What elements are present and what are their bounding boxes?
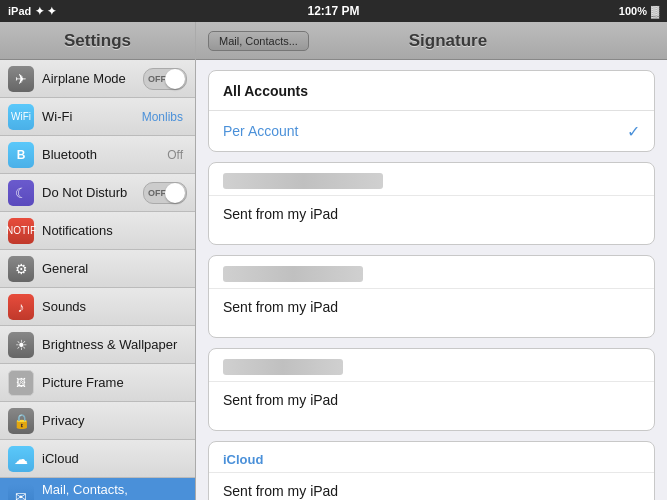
sidebar-item-bluetooth[interactable]: B Bluetooth Off: [0, 136, 195, 174]
general-label: General: [42, 261, 187, 276]
account-group-2: Sent from my iPad: [208, 255, 655, 338]
sidebar-item-brightness[interactable]: ☀ Brightness & Wallpaper: [0, 326, 195, 364]
account-group-1: Sent from my iPad: [208, 162, 655, 245]
notifications-label: Notifications: [42, 223, 187, 238]
dnd-toggle-label: OFF: [148, 188, 166, 198]
account2-signature[interactable]: Sent from my iPad: [209, 289, 654, 337]
account-group-3: Sent from my iPad: [208, 348, 655, 431]
content-header: Mail, Contacts... Signature: [196, 22, 667, 60]
wifi-label: Wi-Fi: [42, 109, 142, 124]
account3-email-blur: [223, 359, 343, 375]
account1-email-row: [209, 163, 654, 196]
sidebar-item-icloud[interactable]: ☁ iCloud: [0, 440, 195, 478]
sounds-icon: ♪: [8, 294, 34, 320]
breadcrumb[interactable]: Mail, Contacts...: [208, 31, 309, 51]
bluetooth-icon: B: [8, 142, 34, 168]
mail-icon: ✉: [8, 484, 34, 501]
sidebar: Settings ✈ Airplane Mode OFF WiFi Wi-Fi …: [0, 22, 196, 500]
sidebar-item-picture[interactable]: 🖼 Picture Frame: [0, 364, 195, 402]
sidebar-item-sounds[interactable]: ♪ Sounds: [0, 288, 195, 326]
mail-label: Mail, Contacts, Calendars: [42, 482, 187, 501]
account2-email-blur: [223, 266, 363, 282]
status-left: iPad ✦ ✦: [8, 5, 56, 18]
brightness-label: Brightness & Wallpaper: [42, 337, 187, 352]
dnd-toggle-knob: [165, 183, 185, 203]
bluetooth-value: Off: [167, 148, 183, 162]
signature-content: All Accounts Per Account ✓ Sent from my …: [196, 60, 667, 500]
account-group-icloud: iCloud Sent from my iPad: [208, 441, 655, 500]
dnd-label: Do Not Disturb: [42, 185, 143, 200]
dnd-icon: ☾: [8, 180, 34, 206]
picture-label: Picture Frame: [42, 375, 187, 390]
status-bar: iPad ✦ ✦ 12:17 PM 100% ▓: [0, 0, 667, 22]
icloud-account-label-row: iCloud: [209, 442, 654, 473]
ipad-label: iPad: [8, 5, 31, 17]
sidebar-header: Settings: [0, 22, 195, 60]
checkmark-icon: ✓: [627, 122, 640, 141]
account1-signature[interactable]: Sent from my iPad: [209, 196, 654, 244]
content-area: Mail, Contacts... Signature All Accounts…: [196, 22, 667, 500]
all-accounts-label: All Accounts: [223, 83, 640, 99]
account1-email-blur: [223, 173, 383, 189]
sidebar-item-notifications[interactable]: NOTIF Notifications: [0, 212, 195, 250]
sidebar-item-mail[interactable]: ✉ Mail, Contacts, Calendars: [0, 478, 195, 500]
wifi-icon: WiFi: [8, 104, 34, 130]
sidebar-item-airplane[interactable]: ✈ Airplane Mode OFF: [0, 60, 195, 98]
dnd-toggle[interactable]: OFF: [143, 182, 187, 204]
per-account-row[interactable]: Per Account ✓: [209, 111, 654, 151]
status-time: 12:17 PM: [307, 4, 359, 18]
airplane-icon: ✈: [8, 66, 34, 92]
sidebar-item-dnd[interactable]: ☾ Do Not Disturb OFF: [0, 174, 195, 212]
brightness-icon: ☀: [8, 332, 34, 358]
toggle-off-label: OFF: [148, 74, 166, 84]
account1-card: Sent from my iPad: [208, 162, 655, 245]
sidebar-item-wifi[interactable]: WiFi Wi-Fi Monlibs: [0, 98, 195, 136]
main-layout: Settings ✈ Airplane Mode OFF WiFi Wi-Fi …: [0, 22, 667, 500]
account3-card: Sent from my iPad: [208, 348, 655, 431]
status-right: 100% ▓: [619, 5, 659, 17]
all-accounts-row[interactable]: All Accounts: [209, 71, 654, 111]
bluetooth-label: Bluetooth: [42, 147, 167, 162]
picture-icon: 🖼: [8, 370, 34, 396]
airplane-label: Airplane Mode: [42, 71, 143, 86]
icloud-label: iCloud: [42, 451, 187, 466]
battery-icon: ▓: [651, 5, 659, 17]
general-icon: ⚙: [8, 256, 34, 282]
sidebar-item-privacy[interactable]: 🔒 Privacy: [0, 402, 195, 440]
page-title: Signature: [321, 31, 575, 51]
battery-label: 100%: [619, 5, 647, 17]
notifications-icon: NOTIF: [8, 218, 34, 244]
per-account-label: Per Account: [223, 123, 619, 139]
icloud-card: iCloud Sent from my iPad: [208, 441, 655, 500]
account3-signature[interactable]: Sent from my iPad: [209, 382, 654, 430]
airplane-toggle[interactable]: OFF: [143, 68, 187, 90]
account2-email-row: [209, 256, 654, 289]
sounds-label: Sounds: [42, 299, 187, 314]
account2-card: Sent from my iPad: [208, 255, 655, 338]
account3-email-row: [209, 349, 654, 382]
privacy-icon: 🔒: [8, 408, 34, 434]
toggle-knob: [165, 69, 185, 89]
icloud-icon: ☁: [8, 446, 34, 472]
account-type-selector: All Accounts Per Account ✓: [208, 70, 655, 152]
sidebar-title: Settings: [64, 31, 131, 51]
sidebar-item-general[interactable]: ⚙ General: [0, 250, 195, 288]
signal-icon: ✦ ✦: [35, 5, 56, 18]
icloud-account-label: iCloud: [223, 452, 263, 467]
wifi-value: Monlibs: [142, 110, 183, 124]
privacy-label: Privacy: [42, 413, 187, 428]
icloud-signature[interactable]: Sent from my iPad: [209, 473, 654, 500]
